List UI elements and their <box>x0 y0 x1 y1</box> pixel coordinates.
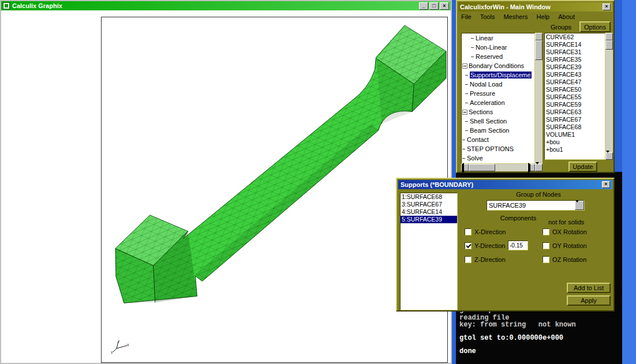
groups-list-scrollbar[interactable] <box>605 33 613 160</box>
chevron-down-icon[interactable] <box>575 201 584 210</box>
tree-item[interactable]: Sections <box>462 107 534 117</box>
tree-item[interactable]: Pressure <box>462 89 534 98</box>
menu-item-tools[interactable]: Tools <box>480 13 495 21</box>
tree-connector-icon <box>465 75 468 76</box>
calculix-app-icon <box>3 2 10 9</box>
checkbox-z-direction[interactable] <box>465 256 472 263</box>
calculixforwin-titlebar[interactable]: CalculixforWin - Main Window × <box>458 2 612 12</box>
checkbox-ox-rotation[interactable] <box>543 228 549 235</box>
tree-item[interactable]: Nodal Load <box>462 80 534 89</box>
supports-list-item[interactable]: 5:SURFACE39 <box>401 216 457 223</box>
groups-list-item[interactable]: SURFACE59 <box>545 101 605 108</box>
minimize-button[interactable]: _ <box>419 2 428 10</box>
scrollbar-thumb[interactable] <box>469 164 495 171</box>
groups-list-item[interactable]: SURFACE35 <box>545 56 605 63</box>
checkbox-label: Y-Direction <box>474 242 505 249</box>
checkbox-row: OY Rotation <box>543 239 587 253</box>
groups-list-item[interactable]: SURFACE63 <box>545 108 605 116</box>
scroll-up-icon[interactable] <box>605 33 613 40</box>
axis-triad: x z y <box>111 339 132 354</box>
scroll-right-icon[interactable] <box>527 164 535 171</box>
supports-dialog-titlebar[interactable]: Supports (*BOUNDARY) × <box>398 180 612 189</box>
group-of-nodes-combobox[interactable]: SURFACE39 <box>487 200 585 211</box>
groups-list-item[interactable]: SURFACE31 <box>545 48 605 56</box>
supports-list: 1:SURFACE683:SURFACE674:SURFACE145:SURFA… <box>400 193 458 310</box>
graphics-window-titlebar[interactable]: Calculix Graphix _ □ × <box>1 1 451 10</box>
window-controls: _ □ × <box>419 2 449 10</box>
groups-list-item[interactable]: SURFACE39 <box>545 63 605 71</box>
menu-item-help[interactable]: Help <box>537 13 550 21</box>
supports-dialog: Supports (*BOUNDARY) × 1:SURFACE683:SURF… <box>396 178 615 312</box>
scrollbar-thumb[interactable] <box>535 40 543 60</box>
options-button[interactable]: Options <box>579 21 611 32</box>
direction-checkbox-column: X-DirectionY-DirectionZ-Direction <box>465 225 506 267</box>
checkbox-row: Z-Direction <box>465 253 506 267</box>
tree-item-label: Pressure <box>470 90 495 97</box>
add-to-list-button[interactable]: Add to List <box>567 283 611 293</box>
tree-horizontal-scrollbar[interactable] <box>461 164 535 171</box>
checkbox-x-direction[interactable] <box>465 228 472 235</box>
tree-item[interactable]: Linear <box>462 33 534 43</box>
supports-list-item[interactable]: 1:SURFACE68 <box>401 193 457 201</box>
tree-item[interactable]: Acceleration <box>462 98 534 107</box>
displacement-value-input[interactable] <box>508 241 528 250</box>
groups-list-item[interactable]: SURFACE43 <box>545 71 605 78</box>
axis-z-label: z <box>117 339 120 344</box>
menu-item-about[interactable]: About <box>558 13 575 21</box>
groups-list-item[interactable]: SURFACE47 <box>545 78 605 86</box>
update-button[interactable]: Update <box>568 162 597 172</box>
apply-button[interactable]: Apply <box>567 295 611 306</box>
menu-bar: FileToolsMeshersHelpAbout <box>461 13 575 21</box>
groups-list-item[interactable]: +bou <box>545 138 605 146</box>
scroll-down-icon[interactable] <box>605 152 613 160</box>
scroll-down-icon[interactable] <box>535 164 543 171</box>
axis-y-label: y <box>111 350 113 354</box>
scroll-left-icon[interactable] <box>461 164 469 171</box>
close-button[interactable]: × <box>603 3 611 10</box>
tree-expand-icon[interactable] <box>462 63 467 69</box>
groups-list-item[interactable]: +bou1 <box>545 146 605 153</box>
rotation-checkbox-column: OX RotationOY RotationOZ Rotation <box>543 225 587 267</box>
groups-list-item[interactable]: VOLUME1 <box>545 131 605 138</box>
maximize-button[interactable]: □ <box>429 2 439 10</box>
checkbox-oy-rotation[interactable] <box>543 242 549 249</box>
checkbox-y-direction[interactable] <box>465 242 472 249</box>
tree-connector-icon <box>471 57 474 57</box>
tree-item[interactable]: Supports/Displaceme <box>462 70 534 80</box>
groups-list-item[interactable]: SURFACE14 <box>545 41 605 48</box>
group-of-nodes-label: Group of Nodes <box>484 191 593 198</box>
tree-expand-icon[interactable] <box>462 110 467 115</box>
tree-item[interactable]: Reserved <box>462 52 534 61</box>
supports-list-item[interactable]: 4:SURFACE14 <box>401 208 457 216</box>
groups-list-item[interactable]: SURFACE50 <box>545 86 605 93</box>
groups-list-item[interactable]: SURFACE55 <box>545 93 605 101</box>
tree-connector-icon <box>471 47 474 48</box>
tree-item[interactable]: Solve <box>462 153 534 163</box>
close-button[interactable]: × <box>440 2 449 10</box>
tree-connector-icon <box>465 121 468 122</box>
menu-item-file[interactable]: File <box>461 13 472 21</box>
tree-item[interactable]: Shell Section <box>462 117 534 126</box>
tree-item[interactable]: Beam Section <box>462 126 534 135</box>
tree-item[interactable]: Non-Linear <box>462 43 534 52</box>
tree-item-label: Sections <box>469 108 493 115</box>
groups-list-item[interactable]: SURFACE68 <box>545 123 605 131</box>
groups-list-item[interactable]: CURVE62 <box>545 33 605 41</box>
tree-item[interactable]: STEP OPTIONS <box>462 144 534 153</box>
tree-vertical-scrollbar[interactable] <box>535 33 543 171</box>
groups-list-item[interactable]: SURFACE67 <box>545 116 605 123</box>
tree-item[interactable]: Contact <box>462 135 534 144</box>
tree-item-label: Nodal Load <box>470 81 502 88</box>
checkbox-label: OY Rotation <box>552 242 587 249</box>
tree-item[interactable]: Bondary Conditions <box>462 61 534 70</box>
menu-item-meshers[interactable]: Meshers <box>503 13 527 21</box>
console-line: done <box>459 347 476 355</box>
scrollbar-thumb[interactable] <box>605 40 613 50</box>
tree-item-label: Reserved <box>476 53 503 60</box>
checkbox-oz-rotation[interactable] <box>543 256 549 263</box>
scroll-up-icon[interactable] <box>535 33 543 40</box>
tree-connector-icon <box>465 93 468 94</box>
tree-item-label: Beam Section <box>470 127 509 134</box>
supports-list-item[interactable]: 3:SURFACE67 <box>401 201 457 208</box>
close-button[interactable]: × <box>602 181 610 188</box>
